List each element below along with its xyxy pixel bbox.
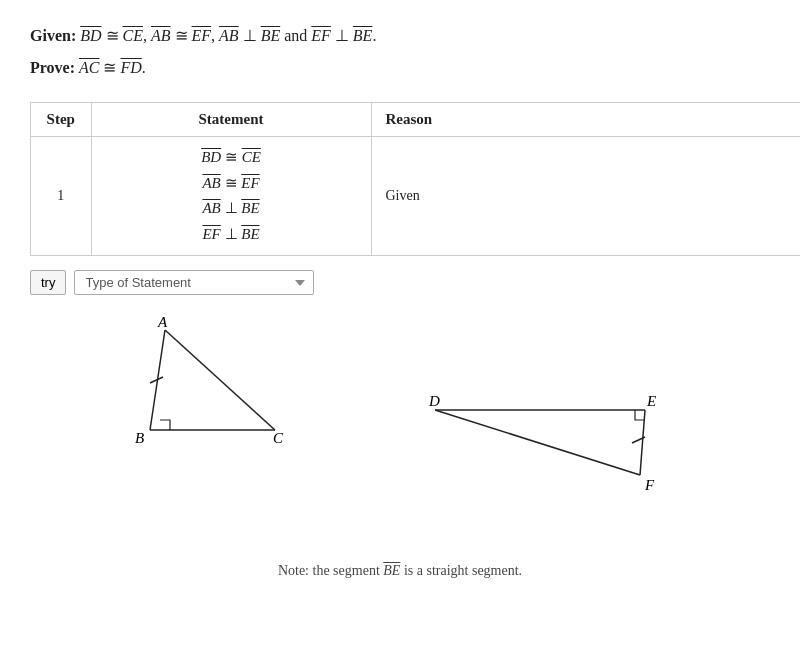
svg-line-6 [435, 410, 640, 475]
statement-type-select[interactable]: Type of Statement [74, 270, 314, 295]
given-label: Given: [30, 27, 80, 44]
note-text: Note: the segment BE is a straight segme… [278, 563, 522, 578]
prove-label: Prove: [30, 59, 79, 76]
try-row: try Type of Statement [30, 270, 770, 295]
table-header-row: Step Statement Reason [31, 103, 800, 137]
proof-table: Step Statement Reason 1 BD ≅ CE AB ≅ EF … [31, 103, 800, 255]
note-section: Note: the segment BE is a straight segme… [30, 563, 770, 579]
statement-cell: BD ≅ CE AB ≅ EF AB ⊥ BE EF ⊥ BE [91, 137, 371, 256]
label-A: A [157, 315, 168, 330]
proof-table-wrapper: Step Statement Reason 1 BD ≅ CE AB ≅ EF … [30, 102, 800, 256]
reason-header: Reason [371, 103, 800, 137]
step-cell: 1 [31, 137, 91, 256]
table-row: 1 BD ≅ CE AB ≅ EF AB ⊥ BE EF ⊥ BE Given [31, 137, 800, 256]
label-B: B [135, 430, 144, 446]
given-conditions: BD ≅ CE, AB ≅ EF, AB ⊥ BE and EF ⊥ BE. [80, 27, 376, 44]
statement-header: Statement [91, 103, 371, 137]
prove-statement: AC ≅ FD. [79, 59, 146, 76]
svg-line-1 [165, 330, 275, 430]
label-D: D [428, 393, 440, 409]
try-button[interactable]: try [30, 270, 66, 295]
reason-cell: Given [371, 137, 800, 256]
label-C: C [273, 430, 284, 446]
diagram-area: A B C D E F [30, 315, 800, 545]
label-E: E [646, 393, 656, 409]
label-F: F [644, 477, 655, 493]
given-section: Given: BD ≅ CE, AB ≅ EF, AB ⊥ BE and EF … [30, 20, 770, 84]
step-header: Step [31, 103, 91, 137]
